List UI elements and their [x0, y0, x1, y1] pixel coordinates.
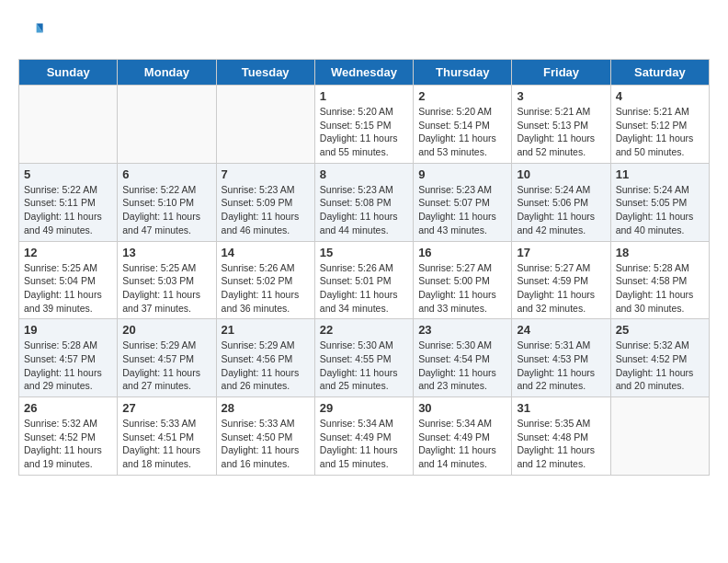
- day-number: 15: [320, 246, 408, 259]
- calendar-cell: 26Sunrise: 5:32 AMSunset: 4:52 PMDayligh…: [19, 397, 118, 476]
- day-number: 31: [517, 401, 605, 415]
- day-number: 2: [418, 89, 506, 103]
- calendar-cell: 15Sunrise: 5:26 AMSunset: 5:01 PMDayligh…: [314, 241, 413, 319]
- day-info: Sunrise: 5:23 AMSunset: 5:08 PMDaylight:…: [320, 183, 408, 237]
- weekday-header-monday: Monday: [118, 60, 216, 86]
- day-number: 8: [320, 167, 408, 181]
- day-info: Sunrise: 5:29 AMSunset: 4:57 PMDaylight:…: [122, 339, 210, 393]
- day-info: Sunrise: 5:24 AMSunset: 5:05 PMDaylight:…: [616, 183, 704, 237]
- day-number: 26: [24, 401, 112, 415]
- calendar-cell: 30Sunrise: 5:34 AMSunset: 4:49 PMDayligh…: [414, 397, 512, 476]
- day-number: 4: [616, 89, 704, 103]
- calendar-cell: 22Sunrise: 5:30 AMSunset: 4:55 PMDayligh…: [314, 319, 413, 397]
- day-info: Sunrise: 5:32 AMSunset: 4:52 PMDaylight:…: [24, 417, 112, 471]
- calendar-cell: 10Sunrise: 5:24 AMSunset: 5:06 PMDayligh…: [512, 163, 610, 241]
- calendar-cell: 19Sunrise: 5:28 AMSunset: 4:57 PMDayligh…: [19, 319, 118, 397]
- day-number: 27: [122, 401, 210, 415]
- calendar-cell: 3Sunrise: 5:21 AMSunset: 5:13 PMDaylight…: [512, 86, 610, 164]
- day-info: Sunrise: 5:27 AMSunset: 4:59 PMDaylight:…: [517, 261, 605, 316]
- calendar-cell: 28Sunrise: 5:33 AMSunset: 4:50 PMDayligh…: [216, 397, 314, 476]
- calendar-cell: 24Sunrise: 5:31 AMSunset: 4:53 PMDayligh…: [512, 319, 610, 397]
- day-info: Sunrise: 5:20 AMSunset: 5:14 PMDaylight:…: [418, 105, 506, 159]
- weekday-header-saturday: Saturday: [610, 60, 709, 86]
- calendar-cell: 27Sunrise: 5:33 AMSunset: 4:51 PMDayligh…: [118, 397, 216, 476]
- calendar-cell: 6Sunrise: 5:22 AMSunset: 5:10 PMDaylight…: [118, 163, 216, 241]
- day-number: 16: [418, 246, 506, 259]
- calendar-cell: 29Sunrise: 5:34 AMSunset: 4:49 PMDayligh…: [314, 397, 413, 476]
- day-number: 10: [517, 167, 605, 181]
- day-info: Sunrise: 5:21 AMSunset: 5:13 PMDaylight:…: [517, 105, 605, 159]
- calendar-cell: 8Sunrise: 5:23 AMSunset: 5:08 PMDaylight…: [314, 163, 413, 241]
- day-number: 11: [616, 167, 704, 181]
- calendar-cell: [216, 86, 314, 164]
- day-info: Sunrise: 5:23 AMSunset: 5:07 PMDaylight:…: [418, 183, 506, 237]
- calendar-cell: 16Sunrise: 5:27 AMSunset: 5:00 PMDayligh…: [414, 241, 512, 319]
- day-info: Sunrise: 5:28 AMSunset: 4:58 PMDaylight:…: [616, 261, 704, 316]
- day-info: Sunrise: 5:20 AMSunset: 5:15 PMDaylight:…: [320, 105, 408, 159]
- calendar-cell: 31Sunrise: 5:35 AMSunset: 4:48 PMDayligh…: [512, 397, 610, 476]
- weekday-header-wednesday: Wednesday: [314, 60, 413, 86]
- day-number: 19: [24, 323, 112, 337]
- weekday-header-thursday: Thursday: [414, 60, 512, 86]
- day-number: 22: [320, 323, 408, 337]
- calendar-cell: 11Sunrise: 5:24 AMSunset: 5:05 PMDayligh…: [610, 163, 709, 241]
- day-number: 1: [320, 89, 408, 103]
- day-info: Sunrise: 5:26 AMSunset: 5:01 PMDaylight:…: [320, 261, 408, 316]
- calendar-week-4: 19Sunrise: 5:28 AMSunset: 4:57 PMDayligh…: [19, 319, 710, 397]
- day-number: 3: [517, 89, 605, 103]
- day-number: 20: [122, 323, 210, 337]
- calendar-cell: [19, 86, 118, 164]
- day-number: 30: [418, 401, 506, 415]
- calendar-week-1: 1Sunrise: 5:20 AMSunset: 5:15 PMDaylight…: [19, 86, 710, 164]
- calendar-cell: 17Sunrise: 5:27 AMSunset: 4:59 PMDayligh…: [512, 241, 610, 319]
- day-info: Sunrise: 5:34 AMSunset: 4:49 PMDaylight:…: [320, 417, 408, 471]
- calendar-cell: 4Sunrise: 5:21 AMSunset: 5:12 PMDaylight…: [610, 86, 709, 164]
- day-info: Sunrise: 5:22 AMSunset: 5:11 PMDaylight:…: [24, 183, 112, 237]
- day-number: 9: [418, 167, 506, 181]
- day-info: Sunrise: 5:23 AMSunset: 5:09 PMDaylight:…: [222, 183, 310, 237]
- calendar-week-3: 12Sunrise: 5:25 AMSunset: 5:04 PMDayligh…: [19, 241, 710, 319]
- day-number: 6: [122, 167, 210, 181]
- logo: [18, 18, 48, 44]
- calendar-cell: 21Sunrise: 5:29 AMSunset: 4:56 PMDayligh…: [216, 319, 314, 397]
- day-info: Sunrise: 5:21 AMSunset: 5:12 PMDaylight:…: [616, 105, 704, 159]
- day-info: Sunrise: 5:28 AMSunset: 4:57 PMDaylight:…: [24, 339, 112, 393]
- day-info: Sunrise: 5:32 AMSunset: 4:52 PMDaylight:…: [616, 339, 704, 393]
- day-number: 14: [222, 246, 310, 259]
- day-info: Sunrise: 5:27 AMSunset: 5:00 PMDaylight:…: [418, 261, 506, 316]
- header: [18, 18, 710, 44]
- day-info: Sunrise: 5:33 AMSunset: 4:51 PMDaylight:…: [122, 417, 210, 471]
- day-info: Sunrise: 5:33 AMSunset: 4:50 PMDaylight:…: [222, 417, 310, 471]
- day-info: Sunrise: 5:30 AMSunset: 4:55 PMDaylight:…: [320, 339, 408, 393]
- day-number: 25: [616, 323, 704, 337]
- day-info: Sunrise: 5:34 AMSunset: 4:49 PMDaylight:…: [418, 417, 506, 471]
- weekday-header-friday: Friday: [512, 60, 610, 86]
- day-info: Sunrise: 5:31 AMSunset: 4:53 PMDaylight:…: [517, 339, 605, 393]
- day-number: 18: [616, 246, 704, 259]
- calendar-cell: 14Sunrise: 5:26 AMSunset: 5:02 PMDayligh…: [216, 241, 314, 319]
- calendar-cell: 1Sunrise: 5:20 AMSunset: 5:15 PMDaylight…: [314, 86, 413, 164]
- calendar-cell: 23Sunrise: 5:30 AMSunset: 4:54 PMDayligh…: [414, 319, 512, 397]
- calendar-week-2: 5Sunrise: 5:22 AMSunset: 5:11 PMDaylight…: [19, 163, 710, 241]
- calendar-cell: 9Sunrise: 5:23 AMSunset: 5:07 PMDaylight…: [414, 163, 512, 241]
- day-number: 17: [517, 246, 605, 259]
- calendar-cell: 18Sunrise: 5:28 AMSunset: 4:58 PMDayligh…: [610, 241, 709, 319]
- day-info: Sunrise: 5:25 AMSunset: 5:04 PMDaylight:…: [24, 261, 112, 316]
- calendar-cell: 13Sunrise: 5:25 AMSunset: 5:03 PMDayligh…: [118, 241, 216, 319]
- logo-icon: [18, 18, 44, 44]
- day-number: 13: [122, 246, 210, 259]
- calendar-cell: 12Sunrise: 5:25 AMSunset: 5:04 PMDayligh…: [19, 241, 118, 319]
- calendar-cell: 20Sunrise: 5:29 AMSunset: 4:57 PMDayligh…: [118, 319, 216, 397]
- day-number: 5: [24, 167, 112, 181]
- day-number: 23: [418, 323, 506, 337]
- day-number: 28: [222, 401, 310, 415]
- day-number: 7: [222, 167, 310, 181]
- calendar-cell: 7Sunrise: 5:23 AMSunset: 5:09 PMDaylight…: [216, 163, 314, 241]
- calendar-cell: [118, 86, 216, 164]
- weekday-header-row: SundayMondayTuesdayWednesdayThursdayFrid…: [19, 60, 710, 86]
- calendar-cell: [610, 397, 709, 476]
- day-number: 21: [222, 323, 310, 337]
- day-number: 29: [320, 401, 408, 415]
- day-info: Sunrise: 5:22 AMSunset: 5:10 PMDaylight:…: [122, 183, 210, 237]
- calendar-table: SundayMondayTuesdayWednesdayThursdayFrid…: [18, 59, 710, 476]
